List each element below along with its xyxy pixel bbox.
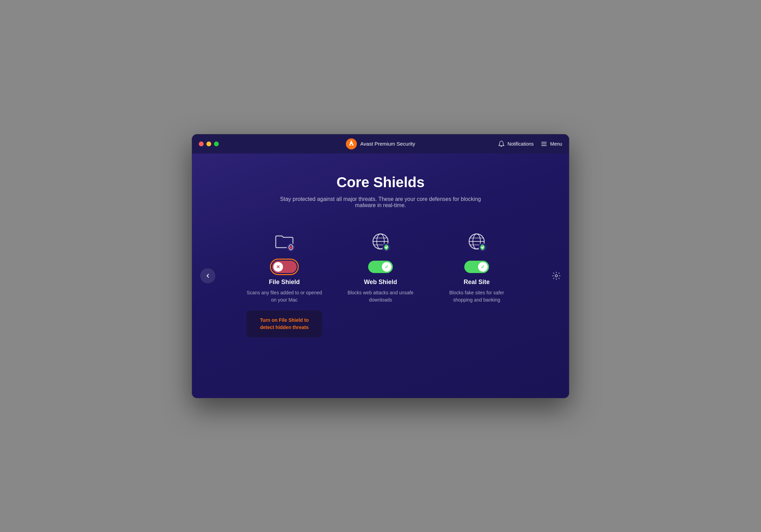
- real-site-toggle[interactable]: ✓: [464, 261, 489, 273]
- close-button[interactable]: [199, 142, 204, 146]
- titlebar: Avast Premium Security Notifications Men…: [192, 134, 569, 154]
- web-shield-toggle[interactable]: ✓: [368, 261, 393, 273]
- maximize-button[interactable]: [214, 142, 219, 146]
- file-shield-icon: [272, 229, 296, 253]
- menu-button[interactable]: Menu: [541, 140, 562, 147]
- toggle-thumb-on: ✓: [382, 262, 391, 272]
- web-shield-icon-wrap: [368, 229, 393, 254]
- avast-logo-icon: [346, 138, 357, 149]
- file-shield-toggle-wrap: ✕: [272, 261, 297, 273]
- toggle-thumb: ✕: [273, 262, 283, 272]
- web-shield-icon: [368, 229, 393, 253]
- web-shield-name: Web Shield: [364, 279, 397, 286]
- file-shield-warning: Turn on File Shield to detect hidden thr…: [247, 310, 322, 337]
- page-title: Core Shields: [277, 174, 484, 191]
- notifications-button[interactable]: Notifications: [498, 140, 534, 147]
- settings-button[interactable]: [552, 271, 561, 280]
- titlebar-center: Avast Premium Security: [346, 138, 415, 149]
- real-site-desc: Blocks fake sites for safer shopping and…: [439, 289, 514, 304]
- app-title: Avast Premium Security: [360, 141, 415, 147]
- toggle-thumb-on-2: ✓: [478, 262, 488, 272]
- toggle-x-icon: ✕: [276, 264, 280, 270]
- chevron-left-icon: [205, 273, 211, 279]
- main-content: Core Shields Stay protected against all …: [192, 154, 569, 398]
- page-header: Core Shields Stay protected against all …: [277, 154, 484, 208]
- file-shield-toggle[interactable]: ✕: [272, 261, 297, 273]
- real-site-icon-wrap: [464, 229, 489, 254]
- web-shield-card: ✓ Web Shield Blocks web attacks and unsa…: [343, 229, 418, 304]
- toggle-check-icon: ✓: [385, 264, 389, 270]
- web-shield-desc: Blocks web attacks and unsafe downloads: [343, 289, 418, 304]
- real-site-toggle-wrap: ✓: [464, 261, 489, 273]
- file-shield-icon-wrap: [272, 229, 297, 254]
- file-shield-card: ✕ File Shield Scans any files added to o…: [247, 229, 322, 337]
- menu-label: Menu: [550, 141, 562, 147]
- menu-icon: [541, 140, 547, 147]
- real-site-icon: [465, 229, 489, 253]
- svg-point-4: [555, 274, 558, 277]
- settings-icon: [552, 271, 561, 280]
- titlebar-right: Notifications Menu: [498, 140, 562, 147]
- toggle-check-icon-2: ✓: [481, 264, 485, 270]
- page-subtitle: Stay protected against all major threats…: [277, 196, 484, 208]
- minimize-button[interactable]: [206, 142, 211, 146]
- file-shield-warning-text: Turn on File Shield to detect hidden thr…: [260, 317, 309, 330]
- file-shield-desc: Scans any files added to or opened on yo…: [247, 289, 322, 304]
- web-shield-toggle-wrap: ✓: [368, 261, 393, 273]
- notifications-label: Notifications: [508, 141, 534, 147]
- back-button[interactable]: [200, 268, 215, 283]
- file-shield-name: File Shield: [269, 279, 300, 286]
- real-site-name: Real Site: [464, 279, 490, 286]
- app-window: Avast Premium Security Notifications Men…: [192, 134, 569, 398]
- traffic-lights: [199, 142, 219, 146]
- real-site-card: ✓ Real Site Blocks fake sites for safer …: [439, 229, 514, 304]
- shields-grid: ✕ File Shield Scans any files added to o…: [233, 229, 528, 337]
- bell-icon: [498, 140, 505, 147]
